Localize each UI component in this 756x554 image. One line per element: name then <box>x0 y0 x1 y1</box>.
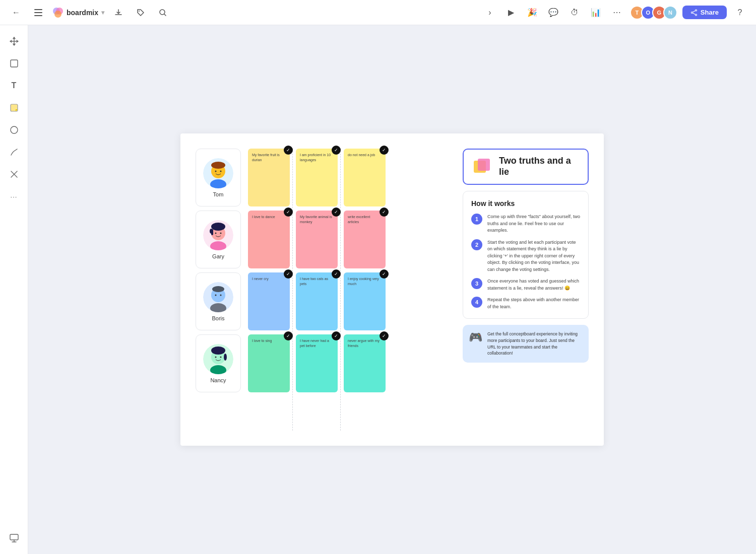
avatar-nancy <box>203 344 233 374</box>
check-badge: ✓ <box>284 269 293 279</box>
cta-card: 🎮 Get the full conceptboard experience b… <box>463 325 589 363</box>
shape-tool-button[interactable] <box>4 120 24 140</box>
toolbar-left: ← boardmix ▾ <box>8 5 171 21</box>
frame-tool-button[interactable] <box>4 53 24 74</box>
step-text-1: Come up with three "facts" about yoursel… <box>487 214 580 234</box>
check-badge: ✓ <box>380 269 389 279</box>
svg-rect-11 <box>11 60 18 67</box>
sticky-note-gary-2[interactable]: ✓ My favorite animal is monkey <box>296 211 338 268</box>
step-2: 2 Start the voting and let each particip… <box>471 239 580 273</box>
svg-point-38 <box>215 294 217 296</box>
svg-rect-1 <box>34 12 42 13</box>
person-card-nancy: Nancy <box>196 334 241 392</box>
person-column: Tom <box>196 149 241 431</box>
connector-tool-button[interactable] <box>4 164 24 184</box>
arrow-tool-button[interactable]: › <box>482 5 498 21</box>
sticky-note-tom-2[interactable]: ✓ I am proficient in 10 languages <box>296 149 338 206</box>
timer-button[interactable]: ⏱ <box>566 5 583 21</box>
step-num-4: 4 <box>471 297 482 308</box>
svg-point-37 <box>212 286 224 292</box>
step-num-2: 2 <box>471 239 482 250</box>
check-badge: ✓ <box>332 331 341 340</box>
chart-button[interactable]: 📊 <box>588 5 604 21</box>
sticky-note-boris-3[interactable]: ✓ I enjoy cooking very much <box>344 272 386 330</box>
check-badge: ✓ <box>284 207 293 217</box>
person-name-tom: Tom <box>213 191 224 197</box>
svg-point-24 <box>215 170 217 172</box>
sticky-note-nancy-1[interactable]: ✓ I love to sing <box>248 334 290 392</box>
person-card-gary: Gary <box>196 211 241 268</box>
play-button[interactable]: ▶ <box>503 5 519 21</box>
svg-point-29 <box>211 223 225 231</box>
grid-area: Tom <box>196 149 453 431</box>
move-tool-button[interactable] <box>4 31 24 51</box>
check-badge: ✓ <box>332 207 341 217</box>
back-button[interactable]: ← <box>8 5 24 21</box>
svg-point-39 <box>220 294 222 296</box>
step-3: 3 Once everyone has voted and guessed wh… <box>471 278 580 292</box>
step-text-4: Repeat the steps above with another memb… <box>487 297 580 310</box>
svg-rect-0 <box>34 9 42 10</box>
step-1: 1 Come up with three "facts" about yours… <box>471 214 580 234</box>
svg-point-5 <box>54 11 61 18</box>
svg-point-9 <box>695 14 697 16</box>
download-button[interactable] <box>110 5 127 21</box>
check-badge: ✓ <box>380 331 389 340</box>
note-column-3: ✓ do not need a job ✓ write excellent ar… <box>341 149 389 431</box>
share-button[interactable]: Share <box>682 6 727 19</box>
person-name-boris: Boris <box>212 315 224 321</box>
whiteboard: Tom <box>180 133 604 446</box>
sticky-note-nancy-3[interactable]: ✓ never argue with my friends <box>344 334 386 392</box>
svg-point-10 <box>691 12 692 13</box>
how-it-works-card: How it works 1 Come up with three "facts… <box>463 191 589 319</box>
svg-rect-48 <box>478 159 490 171</box>
brand-logo[interactable]: boardmix ▾ <box>52 7 104 18</box>
svg-point-46 <box>220 356 222 358</box>
person-card-boris: Boris <box>196 272 241 330</box>
avatar-gary <box>203 220 233 250</box>
canvas-area: Tom <box>28 25 756 554</box>
title-icon <box>471 156 493 178</box>
svg-point-45 <box>215 356 217 358</box>
more-tools-button[interactable]: ··· <box>4 186 24 206</box>
tag-button[interactable] <box>133 5 149 21</box>
title-card: Two truths and a lie <box>463 149 589 185</box>
celebrate-button[interactable]: 🎉 <box>524 5 540 21</box>
search-button[interactable] <box>155 5 171 21</box>
present-tool-button[interactable] <box>4 528 24 548</box>
check-badge: ✓ <box>380 146 389 155</box>
sticky-note-gary-3[interactable]: ✓ write excellent articles <box>344 211 386 268</box>
person-name-gary: Gary <box>212 253 224 259</box>
chat-button[interactable]: 💬 <box>545 5 561 21</box>
cta-text: Get the full conceptboard experience by … <box>487 331 583 357</box>
more-right-button[interactable]: ⋯ <box>609 5 625 21</box>
avatar-boris <box>203 282 233 312</box>
svg-point-14 <box>11 126 18 133</box>
svg-point-8 <box>695 10 697 11</box>
note-column-1: ✓ My favorite fruit is durian ✓ I love t… <box>245 149 293 431</box>
svg-point-43 <box>211 347 225 355</box>
check-badge: ✓ <box>284 331 293 340</box>
svg-point-31 <box>210 229 213 234</box>
sticky-note-gary-1[interactable]: ✓ I love to dance <box>248 211 290 268</box>
person-name-nancy: Nancy <box>210 377 226 383</box>
svg-point-44 <box>224 354 227 361</box>
svg-point-33 <box>220 232 222 234</box>
svg-rect-2 <box>34 15 42 16</box>
toolbar-right: › ▶ 🎉 💬 ⏱ 📊 ⋯ T O G N Share ? <box>482 5 748 21</box>
pen-tool-button[interactable] <box>4 142 24 162</box>
check-badge: ✓ <box>284 146 293 155</box>
steps-list: 1 Come up with three "facts" about yours… <box>471 214 580 310</box>
sticky-note-boris-2[interactable]: ✓ I have two cats as pets <box>296 272 338 330</box>
sticky-note-boris-1[interactable]: ✓ I never cry <box>248 272 290 330</box>
sticky-note-tom-1[interactable]: ✓ My favorite fruit is durian <box>248 149 290 206</box>
check-badge: ✓ <box>332 269 341 279</box>
menu-button[interactable] <box>30 5 46 21</box>
note-column-2: ✓ I am proficient in 10 languages ✓ My f… <box>293 149 341 431</box>
sticky-tool-button[interactable] <box>4 98 24 118</box>
help-button[interactable]: ? <box>732 5 748 21</box>
sticky-note-tom-3[interactable]: ✓ do not need a job <box>344 149 386 206</box>
game-title: Two truths and a lie <box>499 156 581 177</box>
sticky-note-nancy-2[interactable]: ✓ I have never had a pet before <box>296 334 338 392</box>
text-tool-button[interactable]: T <box>4 76 24 96</box>
